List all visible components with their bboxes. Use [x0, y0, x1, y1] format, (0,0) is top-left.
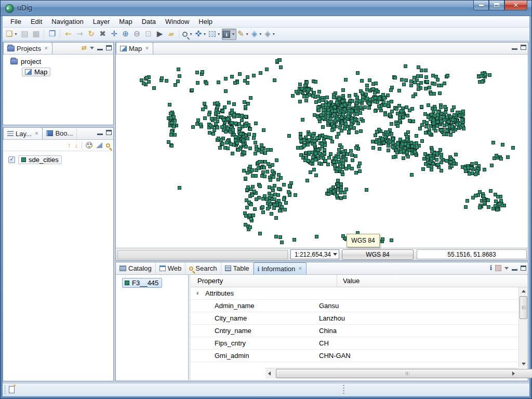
city-point[interactable] — [263, 175, 267, 178]
city-point[interactable] — [247, 132, 251, 136]
city-point[interactable] — [373, 91, 377, 95]
city-point[interactable] — [329, 136, 332, 140]
city-point[interactable] — [381, 237, 384, 241]
city-point[interactable] — [196, 81, 200, 85]
city-point[interactable] — [314, 80, 317, 84]
city-point[interactable] — [244, 124, 247, 128]
city-point[interactable] — [255, 148, 258, 151]
city-point[interactable] — [358, 111, 362, 115]
city-point[interactable] — [261, 170, 265, 174]
city-point[interactable] — [242, 169, 246, 172]
city-point[interactable] — [252, 136, 256, 140]
city-point[interactable] — [389, 88, 393, 92]
city-point[interactable] — [449, 133, 453, 137]
city-point[interactable] — [275, 158, 278, 162]
feature-item[interactable]: F3__445 — [122, 278, 162, 288]
city-point[interactable] — [340, 129, 343, 132]
city-point[interactable] — [468, 172, 471, 176]
city-point[interactable] — [434, 129, 437, 132]
city-point[interactable] — [396, 124, 400, 128]
city-point[interactable] — [391, 141, 395, 145]
city-point[interactable] — [344, 167, 348, 170]
zoom-selection-button[interactable]: ⊡ — [142, 29, 154, 40]
city-point[interactable] — [374, 109, 377, 113]
city-point[interactable] — [309, 170, 312, 174]
stop-render-button[interactable]: ✖ — [97, 29, 108, 40]
city-point[interactable] — [410, 144, 414, 148]
city-point[interactable] — [446, 74, 449, 77]
city-point[interactable] — [195, 122, 199, 126]
city-point[interactable] — [268, 185, 271, 189]
horizontal-scrollbar[interactable] — [265, 368, 518, 379]
city-point[interactable] — [250, 193, 254, 197]
city-point[interactable] — [311, 134, 315, 138]
city-point[interactable] — [350, 167, 354, 170]
city-point[interactable] — [449, 161, 453, 164]
close-icon[interactable]: ✕ — [35, 131, 39, 136]
city-point[interactable] — [248, 225, 252, 229]
city-point[interactable] — [254, 141, 257, 144]
city-point[interactable] — [452, 105, 456, 109]
city-point[interactable] — [378, 147, 381, 151]
save-all-button[interactable]: ▦ — [30, 29, 42, 40]
city-point[interactable] — [317, 117, 321, 121]
city-point[interactable] — [498, 202, 501, 206]
city-point[interactable] — [323, 143, 327, 147]
city-point[interactable] — [339, 188, 343, 192]
city-point[interactable] — [336, 117, 339, 121]
city-point[interactable] — [242, 139, 245, 142]
city-point[interactable] — [404, 64, 407, 68]
city-point[interactable] — [178, 74, 181, 78]
city-point[interactable] — [375, 130, 379, 134]
city-point[interactable] — [172, 125, 176, 128]
city-point[interactable] — [423, 152, 427, 156]
menu-window[interactable]: Window — [161, 17, 194, 26]
city-point[interactable] — [246, 137, 249, 140]
city-point[interactable] — [263, 151, 267, 155]
city-point[interactable] — [260, 147, 264, 151]
city-point[interactable] — [419, 81, 423, 85]
city-point[interactable] — [460, 118, 464, 122]
city-point[interactable] — [262, 128, 265, 132]
city-point[interactable] — [313, 139, 316, 143]
city-point[interactable] — [499, 157, 503, 161]
city-point[interactable] — [489, 189, 493, 193]
city-point[interactable] — [363, 105, 367, 109]
city-point[interactable] — [343, 191, 347, 194]
city-point[interactable] — [314, 152, 317, 155]
city-point[interactable] — [201, 108, 205, 111]
maximize-view-icon[interactable] — [521, 45, 526, 50]
city-point[interactable] — [333, 105, 337, 109]
city-point[interactable] — [402, 83, 406, 86]
city-point[interactable] — [404, 78, 408, 82]
city-point[interactable] — [332, 160, 336, 164]
city-point[interactable] — [236, 148, 240, 152]
city-point[interactable] — [248, 165, 252, 168]
city-point[interactable] — [333, 109, 337, 113]
maximize-view-icon[interactable] — [106, 45, 112, 50]
city-point[interactable] — [350, 119, 354, 123]
city-point[interactable] — [253, 207, 257, 211]
city-point[interactable] — [243, 151, 246, 154]
city-point[interactable] — [365, 97, 369, 100]
city-point[interactable] — [358, 169, 362, 173]
city-point[interactable] — [428, 86, 431, 89]
chevron-down-icon[interactable]: ▾ — [258, 32, 262, 36]
city-point[interactable] — [234, 135, 237, 139]
city-point[interactable] — [294, 193, 297, 197]
city-point[interactable] — [411, 119, 415, 123]
save-button[interactable]: ▤ — [19, 29, 30, 40]
city-point[interactable] — [471, 196, 475, 200]
table-row-partial[interactable]: Label_flag — [191, 362, 518, 366]
city-point[interactable] — [399, 150, 403, 154]
city-point[interactable] — [354, 146, 358, 150]
city-point[interactable] — [355, 112, 359, 116]
city-point[interactable] — [334, 157, 338, 161]
city-point[interactable] — [350, 153, 354, 157]
city-point[interactable] — [424, 162, 428, 166]
city-point[interactable] — [302, 95, 306, 98]
city-point[interactable] — [232, 102, 236, 106]
city-point[interactable] — [388, 113, 392, 116]
city-point[interactable] — [435, 124, 439, 128]
city-point[interactable] — [216, 105, 219, 109]
